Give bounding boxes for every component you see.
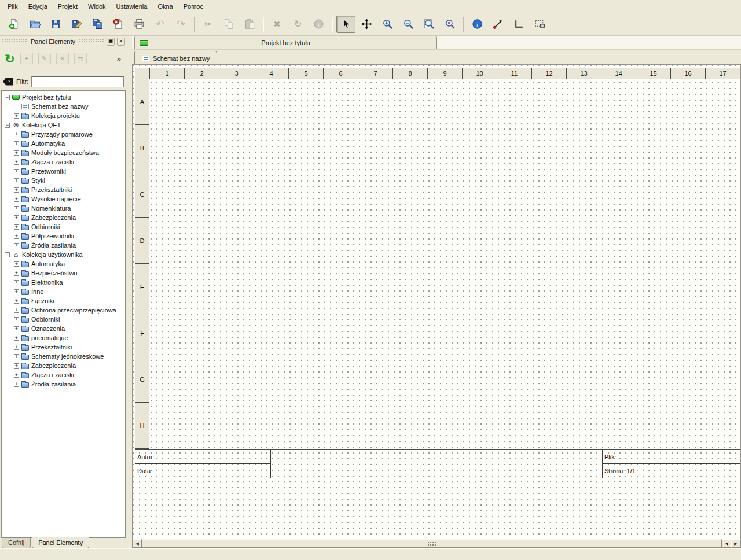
- expand-icon[interactable]: +: [14, 345, 19, 350]
- menu-item-5[interactable]: Ustawienia: [111, 1, 153, 12]
- collapse-icon[interactable]: −: [5, 123, 10, 128]
- tree-item-przetworniki[interactable]: +Przetworniki: [2, 167, 125, 176]
- menu-item-3[interactable]: Projekt: [53, 1, 83, 12]
- menu-item-6[interactable]: Okna: [152, 1, 178, 12]
- cut-button[interactable]: ✂: [199, 16, 218, 33]
- delete-element-button[interactable]: ✕: [56, 53, 69, 64]
- print-button[interactable]: [130, 16, 149, 33]
- panel-grip[interactable]: [2, 39, 27, 44]
- menu-item-1[interactable]: Plik: [2, 1, 23, 12]
- save-as-button[interactable]: [67, 16, 86, 33]
- tree-item-schemat-bez-nazwy[interactable]: Schemat bez nazwy: [2, 102, 125, 111]
- tree-item-zabezpieczenia[interactable]: +Zabezpieczenia: [2, 213, 125, 222]
- panel-tab-cofnij[interactable]: Cofnij: [2, 538, 31, 548]
- expand-icon[interactable]: +: [14, 308, 19, 313]
- tree-item-przekształtniki[interactable]: +Przekształtniki: [2, 185, 125, 194]
- filter-input[interactable]: [31, 76, 124, 87]
- tree-item-kolekcja-użytkownika[interactable]: −⌂Kolekcja użytkownika: [2, 250, 125, 259]
- tree-item-wysokie-napięcie[interactable]: +Wysokie napięcie: [2, 194, 125, 204]
- undo-button[interactable]: ↶: [151, 16, 170, 33]
- tree-item-moduły-bezpieczeństwa[interactable]: +Moduły bezpieczeństwa: [2, 148, 125, 157]
- expand-icon[interactable]: +: [14, 243, 19, 248]
- tree-item-źródła-zasilania[interactable]: +Źródła zasilania: [2, 380, 125, 389]
- reload-collections-button[interactable]: ↻: [5, 53, 15, 65]
- panel-tab-panel-elementy[interactable]: Panel Elementy: [32, 537, 89, 548]
- tree-item-półprzewodniki[interactable]: +Półprzewodniki: [2, 231, 125, 241]
- tree-item-łączniki[interactable]: +Łączniki: [2, 296, 125, 305]
- tree-item-przyrządy-pomiarowe[interactable]: +Przyrządy pomiarowe: [2, 130, 125, 139]
- scroll-left-arrow[interactable]: ◀: [133, 539, 142, 548]
- tree-item-odbiorniki[interactable]: +Odbiorniki: [2, 315, 125, 324]
- expand-icon[interactable]: +: [14, 160, 19, 165]
- add-conductor-button[interactable]: [489, 16, 508, 33]
- edit-element-button[interactable]: ✎: [38, 53, 51, 64]
- tree-item-źródła-zasilania[interactable]: +Źródła zasilania: [2, 241, 125, 250]
- panel-close-button[interactable]: ×: [117, 38, 125, 46]
- expand-icon[interactable]: +: [14, 317, 19, 322]
- menu-item-7[interactable]: Pomoc: [178, 1, 208, 12]
- zoom-in-button[interactable]: [378, 16, 397, 33]
- diagram-canvas[interactable]: 1234567891011121314151617 ABCDEFGH Autor…: [133, 65, 740, 539]
- tree-item-pneumatique[interactable]: +pneumatique: [2, 333, 125, 342]
- expand-icon[interactable]: +: [14, 336, 19, 341]
- paste-button[interactable]: [240, 16, 259, 33]
- expand-icon[interactable]: +: [14, 299, 19, 304]
- scroll-left-arrow-2[interactable]: ◀: [722, 539, 731, 548]
- expand-icon[interactable]: +: [14, 382, 19, 387]
- panel-grip[interactable]: [79, 39, 104, 44]
- project-tab[interactable]: Projekt bez tytułu: [134, 36, 437, 49]
- panel-float-button[interactable]: ▣: [107, 38, 115, 46]
- expand-icon[interactable]: +: [14, 113, 19, 119]
- tree-item-odbiorniki[interactable]: +Odbiorniki: [2, 222, 125, 231]
- diagram-tab[interactable]: Schemat bez nazwy: [134, 51, 217, 65]
- select-rect-button[interactable]: [530, 16, 549, 33]
- tree-item-nomenklatura[interactable]: +Nomenklatura: [2, 204, 125, 213]
- corner-tool-button[interactable]: [509, 16, 529, 33]
- move-tool-button[interactable]: [357, 16, 376, 33]
- zoom-content-button[interactable]: [441, 16, 460, 33]
- tree-item-bezpieczeństwo[interactable]: +Bezpieczeństwo: [2, 268, 125, 278]
- new-element-button[interactable]: +: [20, 53, 33, 64]
- collapse-icon[interactable]: −: [5, 252, 10, 257]
- clear-filter-icon[interactable]: ×: [3, 78, 13, 86]
- tree-item-automatyka[interactable]: +Automatyka: [2, 259, 125, 268]
- expand-icon[interactable]: +: [14, 187, 19, 193]
- expand-icon[interactable]: +: [14, 224, 19, 230]
- expand-icon[interactable]: +: [14, 234, 19, 239]
- horizontal-scrollbar[interactable]: ◀ ◀ ▶: [133, 539, 740, 548]
- move-element-button[interactable]: ⇆: [74, 53, 87, 64]
- copy-button[interactable]: [219, 16, 239, 33]
- new-document-button[interactable]: [5, 16, 24, 33]
- expand-icon[interactable]: +: [14, 206, 19, 211]
- delete-button[interactable]: ✖: [267, 16, 287, 33]
- expand-icon[interactable]: +: [14, 373, 19, 378]
- expand-icon[interactable]: +: [14, 280, 19, 285]
- tree-item-kolekcja-projektu[interactable]: +Kolekcja projektu: [2, 111, 125, 120]
- menu-item-4[interactable]: Widok: [83, 1, 111, 12]
- elements-panel-titlebar[interactable]: Panel Elementy ▣ ×: [0, 36, 127, 47]
- scroll-right-arrow[interactable]: ▶: [731, 539, 740, 548]
- diagram-info-button[interactable]: i: [468, 16, 487, 33]
- panel-toolbar-overflow-button[interactable]: »: [117, 54, 122, 63]
- scrollbar-thumb[interactable]: [142, 539, 722, 548]
- element-info-button[interactable]: i: [309, 16, 328, 33]
- expand-icon[interactable]: +: [14, 150, 19, 156]
- select-tool-button[interactable]: [336, 16, 355, 33]
- expand-icon[interactable]: +: [14, 141, 19, 146]
- tree-item-automatyka[interactable]: +Automatyka: [2, 139, 125, 148]
- tree-item-złącza-i-zaciski[interactable]: +Złącza i zaciski: [2, 370, 125, 380]
- collapse-icon[interactable]: −: [5, 95, 10, 100]
- redo-button[interactable]: ↷: [171, 16, 190, 33]
- expand-icon[interactable]: +: [14, 261, 19, 267]
- tree-item-styki[interactable]: +Styki: [2, 176, 125, 185]
- expand-icon[interactable]: +: [14, 363, 19, 369]
- zoom-out-button[interactable]: [399, 16, 418, 33]
- zoom-fit-button[interactable]: [420, 16, 439, 33]
- menu-item-2[interactable]: Edycja: [23, 1, 53, 12]
- tree-item-zabezpieczenia[interactable]: +Zabezpieczenia: [2, 361, 125, 370]
- tree-item-oznaczenia[interactable]: +Oznaczenia: [2, 324, 125, 333]
- expand-icon[interactable]: +: [14, 215, 19, 220]
- open-document-button[interactable]: [25, 16, 45, 33]
- tree-item-złącza-i-zaciski[interactable]: +Złącza i zaciski: [2, 157, 125, 167]
- expand-icon[interactable]: +: [14, 197, 19, 202]
